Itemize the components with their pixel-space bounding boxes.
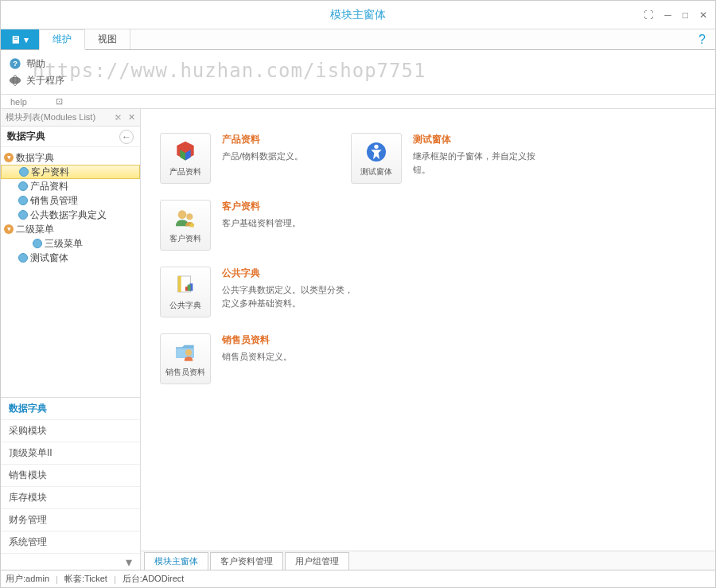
sidebar: 模块列表(Modules List) ⤪ ✕ 数据字典 ← 数据字典 客户资料 — [1, 109, 141, 570]
svg-rect-1 — [14, 37, 18, 38]
tree-node-public-dict[interactable]: 公共数据字典定义 — [1, 208, 140, 222]
help-icon: ? — [9, 57, 21, 70]
module-customer: 客户资料 客户资料 客户基础资料管理。 — [160, 200, 301, 251]
tree-node-test[interactable]: 测试窗体 — [1, 251, 140, 265]
svg-rect-18 — [188, 285, 191, 291]
tree-node-menu2[interactable]: 二级菜单 — [1, 222, 140, 236]
svg-point-19 — [185, 349, 192, 356]
bullet-icon — [18, 210, 28, 220]
module-title: 公共字典 — [222, 267, 357, 280]
titlebar: 模块主窗体 ⛶ ─ □ ✕ — [1, 1, 715, 29]
accordion-purchase[interactable]: 采购模块 — [1, 420, 140, 442]
accessibility-icon — [364, 139, 389, 165]
bottom-tab-main[interactable]: 模块主窗体 — [144, 552, 208, 570]
module-tree: 数据字典 客户资料 产品资料 销售员管理 公共数据字典定义 — [1, 147, 140, 268]
tree-node-product[interactable]: 产品资料 — [1, 179, 140, 193]
bullet-icon — [18, 196, 28, 205]
accordion-stock[interactable]: 库存模块 — [1, 487, 140, 509]
minimize-icon[interactable]: ─ — [661, 8, 675, 22]
ribbon-content: ? 帮助 关于程序 https://www.huzhan.com/ishop77… — [1, 50, 715, 95]
bullet-icon — [18, 181, 28, 191]
bottom-tab-customer[interactable]: 客户资料管理 — [210, 552, 283, 570]
accordion-sales[interactable]: 销售模块 — [1, 465, 140, 487]
svg-rect-0 — [13, 36, 19, 43]
users-icon — [173, 206, 198, 232]
status-account: 帐套:Ticket — [64, 573, 107, 585]
cube-icon — [173, 139, 198, 165]
svg-point-13 — [186, 213, 193, 220]
tree-node-customer[interactable]: 客户资料 — [1, 165, 140, 179]
expander-icon[interactable] — [4, 153, 14, 162]
tree-node-sales[interactable]: 销售员管理 — [1, 193, 140, 208]
ribbon-help-icon[interactable]: ? — [689, 29, 715, 49]
back-icon[interactable]: ← — [119, 130, 134, 144]
module-title: 客户资料 — [222, 200, 301, 213]
module-sales-button[interactable]: 销售员资料 — [160, 333, 211, 384]
pin-icon[interactable]: ⤪ — [115, 112, 122, 123]
svg-point-5 — [10, 77, 20, 84]
sidebar-accordion: 数据字典 采购模块 顶级菜单II 销售模块 库存模块 财务管理 系统管理 ▾ — [1, 397, 140, 570]
expander-icon[interactable] — [4, 224, 14, 234]
module-dict: 公共字典 公共字典 公共字典数据定义。以类型分类，定义多种基础资料。 — [160, 267, 357, 317]
svg-text:?: ? — [13, 60, 18, 68]
module-desc: 产品/物料数据定义。 — [222, 150, 303, 163]
dialog-launcher-icon[interactable]: ⊡ — [56, 96, 63, 107]
tab-maintain[interactable]: 维护 — [39, 29, 85, 50]
svg-point-11 — [374, 145, 378, 149]
module-test-button[interactable]: 测试窗体 — [351, 133, 402, 184]
window-title: 模块主窗体 — [330, 8, 386, 22]
bottom-tabs: 模块主窗体 客户资料管理 用户组管理 — [141, 551, 715, 570]
tab-view[interactable]: 视图 — [85, 29, 130, 49]
module-title: 产品资料 — [222, 133, 303, 146]
sidebar-panel-header: 模块列表(Modules List) ⤪ ✕ — [1, 109, 140, 127]
svg-rect-2 — [14, 38, 18, 39]
panel-close-icon[interactable]: ✕ — [128, 112, 135, 123]
report-icon — [173, 273, 198, 298]
accordion-dict[interactable]: 数据字典 — [1, 398, 140, 420]
module-desc: 公共字典数据定义。以类型分类，定义多种基础资料。 — [222, 283, 357, 310]
file-button[interactable]: ▾ — [1, 29, 39, 49]
folder-user-icon — [173, 340, 198, 365]
status-user: 用户:admin — [6, 573, 49, 585]
module-product-button[interactable]: 产品资料 — [160, 133, 211, 184]
tree-node-dict[interactable]: 数据字典 — [1, 150, 140, 165]
ribbon-group-footer: help ⊡ — [1, 95, 715, 109]
ribbon-tabs: ▾ 维护 视图 ? — [1, 29, 715, 50]
module-title: 测试窗体 — [413, 133, 548, 146]
bottom-tab-usergroup[interactable]: 用户组管理 — [285, 552, 349, 570]
module-desc: 客户基础资料管理。 — [222, 216, 301, 230]
expand-icon[interactable]: ⛶ — [640, 8, 656, 22]
ribbon-help-button[interactable]: ? 帮助 — [9, 57, 707, 71]
bullet-icon — [33, 239, 42, 248]
svg-point-12 — [178, 210, 187, 219]
close-icon[interactable]: ✕ — [696, 8, 710, 22]
about-icon — [9, 74, 21, 87]
module-desc: 继承框架的子窗体，并自定义按钮。 — [413, 150, 548, 176]
accordion-system[interactable]: 系统管理 — [1, 532, 140, 554]
module-dict-button[interactable]: 公共字典 — [160, 267, 211, 317]
bullet-icon — [19, 167, 29, 177]
module-title: 销售员资料 — [222, 333, 292, 347]
sidebar-section-title: 数据字典 ← — [1, 127, 140, 147]
accordion-topmenu2[interactable]: 顶级菜单II — [1, 442, 140, 465]
module-product: 产品资料 产品资料 产品/物料数据定义。 — [160, 133, 303, 184]
module-desc: 销售员资料定义。 — [222, 350, 292, 364]
module-sales: 销售员资料 销售员资料 销售员资料定义。 — [160, 333, 292, 384]
module-test: 测试窗体 测试窗体 继承框架的子窗体，并自定义按钮。 — [351, 133, 548, 184]
content-area: 产品资料 产品资料 产品/物料数据定义。 测试窗体 测试窗 — [141, 109, 715, 570]
accordion-collapse-icon[interactable]: ▾ — [1, 554, 140, 570]
statusbar: 用户:admin | 帐套:Ticket | 后台:ADODirect — [1, 570, 715, 587]
bullet-icon — [18, 253, 28, 263]
module-customer-button[interactable]: 客户资料 — [160, 200, 211, 251]
accordion-finance[interactable]: 财务管理 — [1, 509, 140, 532]
ribbon-about-button[interactable]: 关于程序 — [9, 74, 707, 88]
tree-node-menu3[interactable]: 三级菜单 — [1, 236, 140, 251]
maximize-icon[interactable]: □ — [679, 8, 691, 22]
status-backend: 后台:ADODirect — [123, 573, 185, 585]
